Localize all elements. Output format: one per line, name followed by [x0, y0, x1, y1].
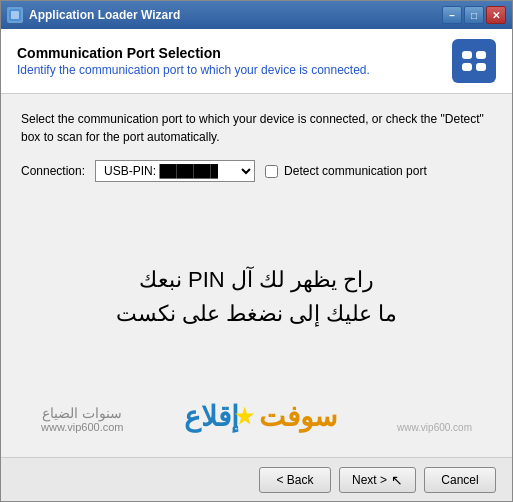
connection-select-wrapper[interactable]: USB-PIN: ████████ — [95, 160, 255, 182]
brand-logo-area: إقلاع سوفت — [184, 400, 337, 433]
arabic-area: راح يظهر لك آل PIN نبعك ما عليك إلى نضغط… — [21, 198, 492, 396]
minimize-button[interactable]: – — [442, 6, 462, 24]
watermark-area: سنوات الضياع www.vip600.com إقلاع سوفت w… — [21, 396, 492, 441]
main-panel: Select the communication port to which y… — [1, 94, 512, 457]
footer: < Back Next > ↖ Cancel — [1, 457, 512, 501]
starburst-decoration — [235, 407, 255, 427]
right-site-url: www.vip600.com — [397, 422, 472, 433]
arabic-line-1: راح يظهر لك آل PIN نبعك — [139, 267, 374, 293]
description-text: Select the communication port to which y… — [21, 110, 492, 146]
detect-label: Detect communication port — [284, 164, 427, 178]
connection-select[interactable]: USB-PIN: ████████ — [95, 160, 255, 182]
app-icon — [7, 7, 23, 23]
header-text: Communication Port Selection Identify th… — [17, 45, 452, 77]
next-label: Next > — [352, 473, 387, 487]
arabic-line-2: ما عليك إلى نضغط على نكست — [116, 301, 398, 327]
close-button[interactable]: ✕ — [486, 6, 506, 24]
back-button[interactable]: < Back — [259, 467, 331, 493]
svg-rect-3 — [476, 51, 486, 59]
next-button[interactable]: Next > ↖ — [339, 467, 416, 493]
connection-label: Connection: — [21, 164, 85, 178]
brand-english-text: سوفت — [259, 400, 337, 433]
application-window: Application Loader Wizard – □ ✕ Communic… — [0, 0, 513, 502]
svg-rect-4 — [462, 63, 472, 71]
cancel-button[interactable]: Cancel — [424, 467, 496, 493]
header-panel: Communication Port Selection Identify th… — [1, 29, 512, 94]
svg-rect-2 — [462, 51, 472, 59]
content-area: Communication Port Selection Identify th… — [1, 29, 512, 501]
window-title: Application Loader Wizard — [29, 8, 442, 22]
brand-arabic-text: إقلاع — [184, 400, 239, 433]
connection-row: Connection: USB-PIN: ████████ Detect com… — [21, 160, 492, 182]
svg-rect-1 — [11, 11, 19, 19]
title-bar: Application Loader Wizard – □ ✕ — [1, 1, 512, 29]
page-subtitle: Identify the communication port to which… — [17, 63, 452, 77]
cursor-icon: ↖ — [391, 472, 403, 488]
detect-checkbox[interactable] — [265, 165, 278, 178]
left-site-url: www.vip600.com — [41, 421, 124, 433]
window-controls: – □ ✕ — [442, 6, 506, 24]
maximize-button[interactable]: □ — [464, 6, 484, 24]
left-brand-text: سنوات الضياع — [42, 405, 122, 421]
detect-row: Detect communication port — [265, 164, 427, 178]
page-title: Communication Port Selection — [17, 45, 452, 61]
blackberry-logo — [452, 39, 496, 83]
svg-rect-5 — [476, 63, 486, 71]
